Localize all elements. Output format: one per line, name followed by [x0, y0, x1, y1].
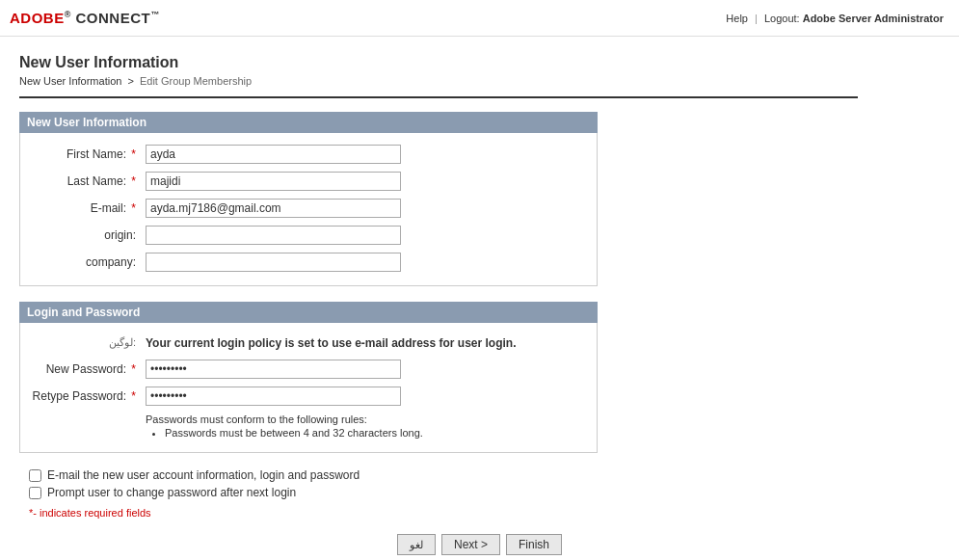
- login-policy-label: لوگین:: [30, 336, 146, 349]
- origin-input[interactable]: [146, 226, 401, 245]
- first-name-required: *: [131, 147, 136, 161]
- page-title: New User Information: [19, 54, 940, 71]
- origin-label: origin:: [30, 228, 146, 242]
- email-input[interactable]: [146, 199, 401, 218]
- retype-password-label: Retype Password: *: [30, 389, 146, 403]
- prompt-checkbox-label: Prompt user to change password after nex…: [47, 486, 296, 499]
- prompt-checkbox-row: Prompt user to change password after nex…: [29, 486, 930, 499]
- checkboxes-section: E-mail the new user account information,…: [19, 468, 940, 499]
- back-button[interactable]: لغو: [397, 534, 436, 555]
- breadcrumb: New User Information > Edit Group Member…: [19, 75, 940, 87]
- email-checkbox-row: E-mail the new user account information,…: [29, 468, 930, 482]
- email-row: E-mail: *: [20, 195, 597, 222]
- main-content: New User Information New User Informatio…: [0, 37, 959, 560]
- origin-row: origin:: [20, 222, 597, 249]
- company-row: company:: [20, 249, 597, 276]
- button-row: لغو Next > Finish: [19, 534, 940, 555]
- logout-label: Logout:: [764, 13, 800, 24]
- last-name-row: Last Name: *: [20, 168, 597, 195]
- finish-button[interactable]: Finish: [506, 534, 562, 555]
- logo-tm: ™: [150, 10, 160, 19]
- app-logo: ADOBE® CONNECT™: [10, 10, 160, 26]
- breadcrumb-link[interactable]: New User Information: [19, 75, 121, 87]
- retype-password-required: *: [131, 389, 136, 403]
- retype-password-row: Retype Password: *: [20, 383, 597, 410]
- section-divider: [19, 96, 858, 98]
- new-password-label: New Password: *: [30, 362, 146, 376]
- login-policy-row: لوگین: Your current login policy is set …: [20, 331, 597, 356]
- new-password-input[interactable]: [146, 360, 401, 379]
- header: ADOBE® CONNECT™ Help | Logout: Adobe Ser…: [0, 0, 959, 37]
- login-section-body: لوگین: Your current login policy is set …: [19, 323, 598, 453]
- logo-reg: ®: [65, 10, 71, 19]
- company-input[interactable]: [146, 253, 401, 272]
- breadcrumb-current: Edit Group Membership: [140, 75, 252, 87]
- nav-separator: |: [755, 13, 758, 24]
- email-checkbox[interactable]: [29, 469, 41, 482]
- new-password-row: New Password: *: [20, 356, 597, 383]
- company-label: company:: [30, 255, 146, 269]
- email-label: E-mail: *: [30, 201, 146, 215]
- password-rules: Passwords must conform to the following …: [146, 410, 597, 442]
- password-rules-heading: Passwords must conform to the following …: [146, 413, 597, 425]
- first-name-input[interactable]: [146, 145, 401, 164]
- last-name-required: *: [131, 174, 136, 188]
- prompt-checkbox[interactable]: [29, 487, 41, 499]
- last-name-input[interactable]: [146, 172, 401, 191]
- breadcrumb-separator: >: [127, 75, 133, 87]
- user-info-section-body: First Name: * Last Name: * E-mail: * ori…: [19, 133, 598, 286]
- email-checkbox-label: E-mail the new user account information,…: [47, 468, 360, 482]
- login-section-header: Login and Password: [19, 302, 598, 323]
- email-required: *: [131, 201, 136, 215]
- logo-connect: CONNECT: [75, 10, 150, 26]
- retype-password-input[interactable]: [146, 387, 401, 406]
- required-note: *- indicates required fields: [19, 507, 940, 519]
- login-policy-text: Your current login policy is set to use …: [146, 336, 587, 350]
- password-rule-item: Passwords must be between 4 and 32 chara…: [165, 427, 597, 439]
- admin-name: Adobe Server Administrator: [803, 13, 944, 24]
- logo-adobe: ADOBE: [10, 10, 65, 26]
- user-info-section-header: New User Information: [19, 112, 598, 133]
- first-name-label: First Name: *: [30, 147, 146, 161]
- next-button[interactable]: Next >: [441, 534, 500, 555]
- last-name-label: Last Name: *: [30, 174, 146, 188]
- header-nav: Help | Logout: Adobe Server Administrato…: [726, 13, 944, 24]
- new-password-required: *: [131, 362, 136, 376]
- first-name-row: First Name: *: [20, 141, 597, 168]
- help-link[interactable]: Help: [726, 13, 748, 24]
